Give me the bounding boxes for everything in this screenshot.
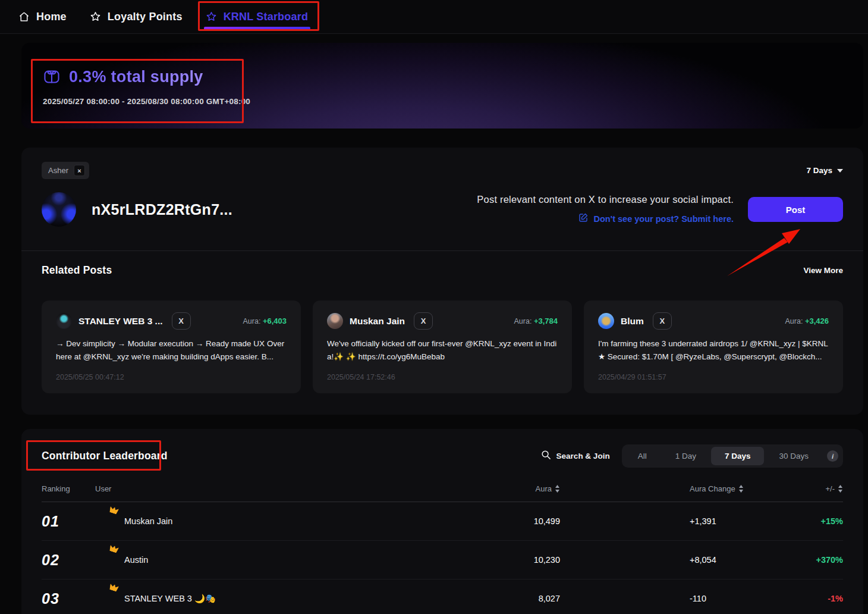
post-author-avatar (327, 313, 343, 329)
supply-banner: 0.3% total supply 2025/05/27 08:00:00 - … (21, 43, 863, 129)
star-icon (89, 11, 102, 23)
column-plus-minus-label: +/- (825, 484, 835, 493)
home-icon (18, 11, 30, 23)
x-twitter-link[interactable]: X (653, 312, 672, 330)
tab-all[interactable]: All (624, 447, 661, 465)
post-button[interactable]: Post (748, 197, 843, 222)
rank-number: 02 (42, 552, 95, 569)
percent-change: +15% (772, 516, 843, 526)
divider (21, 250, 863, 251)
user-name: Austin (124, 555, 148, 565)
chevron-down-icon (837, 169, 843, 173)
aura-label: Aura: (243, 317, 261, 325)
nav-item-home[interactable]: Home (18, 11, 67, 23)
sort-icon (838, 485, 843, 493)
sort-icon (555, 485, 560, 493)
submit-link-text: Don't see your post? Submit here. (594, 214, 734, 224)
column-aura-change-label: Aura Change (690, 484, 735, 493)
user-avatar (95, 511, 115, 531)
supply-period: 2025/05/27 08:00:00 - 2025/08/30 08:00:0… (43, 97, 250, 106)
related-posts-grid: STANLEY WEB 3 ... X Aura: +6,403 → Dev s… (42, 300, 843, 393)
active-tab-underline (204, 27, 311, 30)
column-ranking: Ranking (42, 484, 95, 493)
crown-icon (109, 506, 119, 515)
profile-card: Asher × 7 Days nX5rLRDZ2RtGn7... Post re… (21, 148, 863, 415)
nav-label-home: Home (36, 11, 67, 23)
table-row[interactable]: 01 Muskan Jain 10,499 +1,391 +15% (42, 502, 843, 541)
table-row[interactable]: 02 Austin 10,230 +8,054 +370% (42, 541, 843, 579)
percent-change: -1% (772, 594, 843, 603)
search-and-join-button[interactable]: Search & Join (541, 450, 610, 462)
aura-change-value: +1,391 (575, 516, 772, 526)
tab-1-day[interactable]: 1 Day (662, 447, 710, 465)
column-aura-label: Aura (536, 484, 552, 493)
post-date: 2025/04/29 01:51:57 (598, 373, 829, 381)
info-icon[interactable]: i (827, 450, 838, 462)
user-name: STANLEY WEB 3 🌙🎭 (124, 594, 216, 604)
user-avatar (95, 550, 115, 570)
user-avatar (95, 588, 115, 609)
rank-number: 03 (42, 590, 95, 607)
tab-7-days[interactable]: 7 Days (711, 447, 765, 465)
aura-change-value: +8,054 (575, 555, 772, 565)
post-author-name: STANLEY WEB 3 ... (78, 316, 163, 327)
aura-value: 10,499 (510, 516, 575, 526)
post-author-name: Muskan Jain (350, 316, 405, 327)
sort-icon (738, 485, 744, 493)
post-aura: Aura: +6,403 (243, 317, 287, 325)
nav-label-loyalty-points: Loyalty Points (108, 11, 183, 23)
column-user: User (95, 484, 510, 493)
user-avatar (42, 192, 76, 227)
aura-value: +6,403 (263, 317, 287, 325)
post-date: 2025/05/24 17:52:46 (327, 373, 558, 381)
x-twitter-link[interactable]: X (414, 312, 433, 330)
post-author-avatar (56, 313, 72, 329)
column-plus-minus-sort[interactable]: +/- (772, 484, 843, 493)
post-card: Muskan Jain X Aura: +3,784 We've officia… (313, 300, 572, 393)
related-posts-title: Related Posts (42, 264, 112, 277)
gift-icon (43, 67, 61, 87)
nav-item-krnl-starboard[interactable]: KRNL Starboard (205, 11, 309, 23)
edit-icon (578, 212, 589, 225)
crown-icon (109, 544, 119, 553)
timeframe-value: 7 Days (806, 166, 832, 175)
post-card: STANLEY WEB 3 ... X Aura: +6,403 → Dev s… (42, 300, 301, 393)
view-more-link[interactable]: View More (803, 266, 843, 275)
filter-chip-asher: Asher × (42, 162, 89, 179)
supply-headline: 0.3% total supply (69, 68, 203, 86)
remove-filter-button[interactable]: × (74, 165, 85, 176)
aura-value: +3,426 (805, 317, 829, 325)
rank-number: 01 (42, 513, 95, 530)
timeframe-tabs: All 1 Day 7 Days 30 Days i (622, 444, 843, 468)
post-cta-text: Post relevant content on X to increase y… (477, 194, 734, 205)
aura-value: 10,230 (510, 555, 575, 565)
filter-chip-label: Asher (48, 166, 68, 175)
aura-label: Aura: (514, 317, 532, 325)
aura-value: 8,027 (510, 594, 575, 603)
aura-label: Aura: (785, 317, 803, 325)
post-date: 2025/05/25 00:47:12 (56, 373, 287, 381)
star-icon-active (205, 11, 218, 23)
username: nX5rLRDZ2RtGn7... (92, 201, 232, 218)
column-aura-change-sort[interactable]: Aura Change (575, 484, 772, 493)
nav-label-krnl-starboard: KRNL Starboard (224, 11, 309, 23)
submit-post-link[interactable]: Don't see your post? Submit here. (477, 212, 734, 225)
krnl-starboard-page: Home Loyalty Points KRNL Starboard (0, 0, 868, 614)
nav-item-loyalty-points[interactable]: Loyalty Points (89, 11, 183, 23)
table-row[interactable]: 03 STANLEY WEB 3 🌙🎭 8,027 -110 -1% (42, 579, 843, 614)
percent-change: +370% (772, 555, 843, 565)
tab-30-days[interactable]: 30 Days (765, 447, 822, 465)
post-author-name: Blum (621, 316, 644, 327)
column-aura-sort[interactable]: Aura (510, 484, 575, 493)
post-author-avatar (598, 313, 614, 329)
x-twitter-link[interactable]: X (172, 312, 191, 330)
aura-value: +3,784 (534, 317, 558, 325)
post-text: → Dev simplicity → Modular execution → R… (56, 337, 287, 364)
post-aura: Aura: +3,784 (514, 317, 558, 325)
leaderboard-title: Contributor Leaderboard (42, 450, 168, 462)
timeframe-dropdown[interactable]: 7 Days (806, 166, 843, 175)
crown-icon (109, 583, 119, 592)
post-card: Blum X Aura: +3,426 I'm farming these 3 … (584, 300, 843, 393)
user-name: Muskan Jain (124, 516, 172, 526)
aura-change-value: -110 (575, 594, 772, 603)
